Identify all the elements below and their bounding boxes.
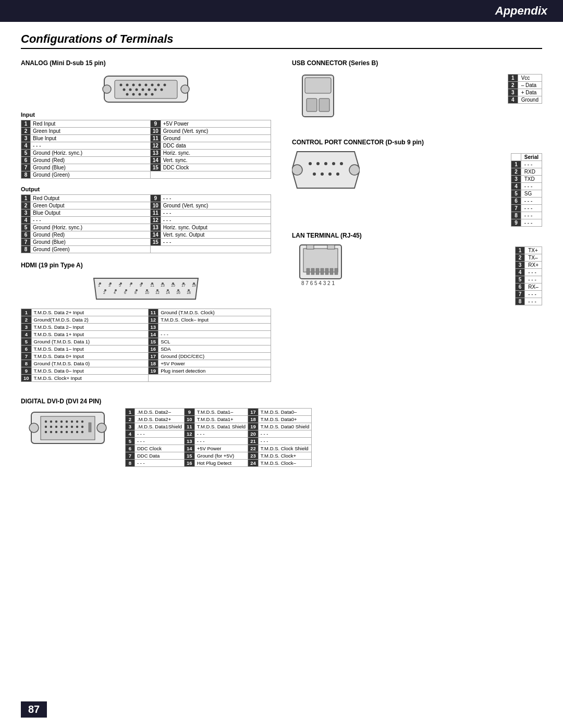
usb-content: 1 Vcc 2 – Data 3 + Data [292, 70, 542, 133]
lan-content: 1 TX+ 2 TX– 3 RX+ [292, 242, 542, 305]
table-row: 1 .M.D.S. Data2– 9 T.M.D.S. Data1– 17 T.… [126, 409, 312, 416]
dvi-connector-image [21, 408, 115, 451]
table-row: 2 .M.D.S. Data2+ 10 T.M.D.S. Data1+ 18 T… [126, 416, 312, 423]
svg-point-12 [123, 89, 126, 91]
control-port-section: CONTROL PORT CONNECTOR (D-sub 9 pin) Ser… [292, 139, 542, 227]
svg-point-19 [126, 93, 129, 96]
table-row: 3 .M.D.S. Data1Shield 11 T.M.D.S. Data1 … [126, 423, 312, 430]
control-connector-svg [292, 149, 360, 191]
table-row: 2 Green Input 10 Ground (Vert. sync) [21, 128, 271, 135]
svg-rect-86 [321, 268, 324, 275]
analog-input-table: 1 Red Input 9 +5V Power 2 Green Input 10… [21, 120, 271, 179]
table-row: 1 Red Output 9 - - - [21, 195, 271, 202]
dvi-pin-table-1: 1 .M.D.S. Data2– 9 T.M.D.S. Data1– 17 T.… [125, 408, 312, 467]
table-row: 5 Ground (Horiz. sync.) 13 Horiz. sync. … [21, 224, 271, 231]
svg-point-1 [103, 85, 111, 93]
hdmi-connector-svg: 1 3 5 7 9 11 13 15 17 19 2 4 6 [89, 273, 203, 304]
table-row: 7 DDC Data 15 Ground (for +5V) 23 T.M.D.… [126, 452, 312, 460]
svg-rect-85 [316, 268, 319, 275]
svg-point-111 [45, 431, 47, 433]
svg-point-75 [313, 172, 316, 176]
svg-point-109 [76, 426, 78, 428]
table-row: 3 T.M.D.S. Data 2– Input 13 [21, 324, 271, 331]
hdmi-pin-table: 1 T.M.D.S. Data 2+ Input 11 Ground (T.M.… [21, 309, 271, 382]
svg-point-62 [188, 289, 190, 291]
table-row: 6 Ground (Red) 14 Vert. sync. [21, 157, 271, 164]
table-row: 2 Green Output 10 Ground (Vert. sync) [21, 202, 271, 209]
svg-point-7 [139, 84, 141, 87]
table-row: 5 SG [511, 190, 542, 198]
table-row: 3 Blue Input 11 Ground [21, 135, 271, 142]
svg-point-22 [145, 93, 148, 96]
svg-point-2 [181, 85, 189, 93]
svg-point-70 [309, 162, 312, 165]
svg-text:18: 18 [187, 291, 191, 294]
svg-point-108 [71, 426, 73, 428]
svg-text:12: 12 [155, 291, 160, 294]
svg-point-105 [55, 426, 57, 428]
table-row: 4 - - - [511, 183, 542, 190]
table-row: 6 RX– [515, 283, 542, 291]
svg-point-78 [336, 172, 339, 176]
table-row: 1 Red Input 9 +5V Power [21, 120, 271, 128]
svg-text:8: 8 [134, 291, 137, 294]
svg-text:8 7 6 5 4 3 2 1: 8 7 6 5 4 3 2 1 [301, 280, 335, 286]
svg-point-5 [126, 84, 129, 87]
hdmi-connector-image: 1 3 5 7 9 11 13 15 17 19 2 4 6 [21, 273, 271, 304]
analog-output-table: 1 Red Output 9 - - - 2 Green Output 10 G… [21, 194, 271, 253]
svg-point-45 [109, 282, 112, 285]
table-row: 8 - - - [511, 212, 542, 219]
svg-point-74 [340, 162, 343, 165]
svg-rect-83 [307, 268, 310, 275]
hdmi-section: HDMI (19 pin Type A) 1 3 5 7 9 11 13 15 [21, 262, 271, 382]
lan-connector-image: 8 7 6 5 4 3 2 1 [292, 242, 480, 290]
table-row: 7 - - - [515, 291, 542, 298]
svg-point-48 [141, 282, 143, 285]
svg-point-56 [125, 289, 127, 291]
svg-text:6: 6 [124, 291, 126, 294]
svg-point-73 [332, 162, 335, 165]
page-title: Configurations of Terminals [21, 32, 542, 49]
table-row: 5 Ground (Horiz. sync.) 13 Horiz. sync. [21, 150, 271, 157]
svg-point-61 [177, 289, 179, 291]
table-row: 4 T.M.D.S. Data 1+ Input 14 - - - [21, 331, 271, 338]
control-connector-image [292, 149, 474, 192]
svg-point-10 [157, 84, 160, 87]
svg-point-95 [45, 421, 47, 423]
analog-section: ANALOG (Mini D-sub 15 pin) [21, 59, 271, 389]
svg-point-116 [71, 431, 73, 433]
svg-text:10: 10 [145, 291, 149, 294]
table-row: 4 - - - [515, 269, 542, 276]
svg-point-68 [292, 165, 302, 175]
svg-rect-84 [311, 268, 314, 275]
table-row: 2 TX– [515, 254, 542, 262]
table-row: 6 Ground (Red) 14 Vert. sync. Output [21, 231, 271, 239]
usb-connector-image [292, 70, 480, 133]
table-row: 5 Ground (T.M.D.S. Data 1) 15 SCL [21, 338, 271, 346]
table-row: 7 - - - [511, 205, 542, 212]
table-row: 6 T.M.D.S. Data 1– Input 16 SDA [21, 346, 271, 353]
table-row: 1 Vcc [508, 75, 542, 82]
svg-rect-66 [319, 98, 329, 112]
table-row: 1 T.M.D.S. Data 2+ Input 11 Ground (T.M.… [21, 309, 271, 316]
svg-point-117 [76, 431, 78, 433]
table-row: 7 T.M.D.S. Data 0+ Input 17 Ground (DDC/… [21, 353, 271, 360]
dvi-section: DIGITAL DVI-D (DVI 24 PIN) [21, 398, 542, 474]
svg-point-99 [66, 421, 68, 423]
table-row: 3 TXD [511, 176, 542, 183]
analog-connector-svg [94, 71, 198, 107]
svg-point-50 [162, 282, 164, 285]
svg-text:14: 14 [166, 291, 170, 294]
table-row: 3 + Data [508, 89, 542, 96]
svg-rect-81 [307, 245, 314, 249]
svg-point-112 [50, 431, 52, 433]
svg-point-15 [142, 89, 144, 91]
svg-point-20 [132, 93, 135, 96]
output-heading: Output [21, 186, 271, 192]
svg-point-14 [136, 89, 138, 91]
table-row: 8 Ground (Green) [21, 246, 271, 253]
serial-pin-table: Serial 1 - - - 2 RXD [511, 153, 542, 227]
svg-point-77 [328, 172, 332, 176]
svg-point-51 [172, 282, 174, 285]
lan-pin-table: 1 TX+ 2 TX– 3 RX+ [515, 246, 542, 305]
